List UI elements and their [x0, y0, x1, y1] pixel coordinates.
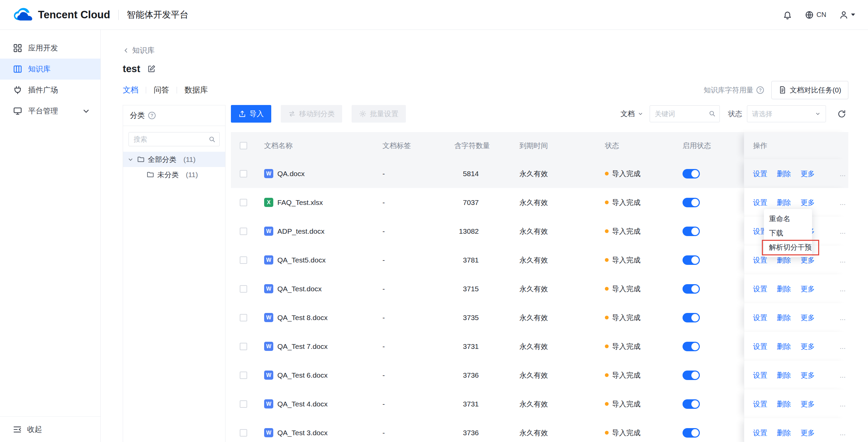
more-link[interactable]: 更多: [801, 198, 815, 207]
tab-database[interactable]: 数据库: [184, 85, 208, 95]
category-help-icon[interactable]: ?: [148, 112, 156, 119]
import-label: 导入: [250, 109, 264, 119]
row-checkbox[interactable]: [240, 285, 247, 293]
status-text: 导入完成: [612, 198, 640, 207]
enable-toggle[interactable]: [683, 169, 700, 178]
delete-link[interactable]: 删除: [777, 169, 791, 178]
edit-title-icon[interactable]: [147, 65, 156, 73]
row-checkbox[interactable]: [240, 400, 247, 408]
more-link[interactable]: 更多: [801, 342, 815, 351]
delete-link[interactable]: 删除: [777, 284, 791, 294]
document-name[interactable]: QA_Test.docx: [277, 285, 322, 293]
enable-toggle[interactable]: [683, 198, 700, 207]
settings-link[interactable]: 设置: [753, 169, 767, 178]
enable-toggle[interactable]: [683, 255, 700, 265]
usage-help-icon[interactable]: ?: [756, 86, 764, 94]
document-name[interactable]: QA_Test 4.docx: [277, 400, 328, 408]
delete-link[interactable]: 删除: [777, 198, 791, 207]
doc-compare-task-label: 文档对比任务(0): [790, 85, 841, 95]
tab-qa[interactable]: 问答: [154, 85, 169, 95]
more-link[interactable]: 更多: [801, 371, 815, 380]
enable-toggle[interactable]: [683, 313, 700, 322]
row-checkbox[interactable]: [240, 170, 247, 177]
row-checkbox[interactable]: [240, 228, 247, 235]
row-overflow-dots: ...: [840, 285, 846, 293]
tree-expand-caret-icon[interactable]: [127, 156, 134, 163]
row-checkbox[interactable]: [240, 343, 247, 350]
batch-settings-button[interactable]: 批量设置: [352, 105, 406, 123]
enable-toggle[interactable]: [683, 284, 700, 294]
tencent-cloud-logo[interactable]: Tencent Cloud: [13, 8, 110, 22]
delete-link[interactable]: 删除: [777, 313, 791, 322]
char-count: 3715: [454, 285, 479, 293]
sidebar-collapse-button[interactable]: 收起: [0, 416, 100, 442]
doc-compare-task-button[interactable]: 文档对比任务(0): [771, 81, 848, 99]
status-filter-select[interactable]: 请选择: [747, 105, 826, 122]
row-overflow-dots: ...: [840, 227, 846, 235]
document-name[interactable]: QA_Test 7.docx: [277, 342, 328, 351]
sidebar-item-plugin-market[interactable]: 插件广场: [0, 80, 100, 101]
move-to-category-button[interactable]: 移动到分类: [281, 105, 342, 123]
sidebar-item-platform-admin[interactable]: 平台管理: [0, 101, 100, 122]
more-link[interactable]: 更多: [801, 428, 815, 438]
settings-link[interactable]: 设置: [753, 428, 767, 438]
more-link[interactable]: 更多: [801, 284, 815, 294]
enable-toggle[interactable]: [683, 342, 700, 351]
document-name[interactable]: QA.docx: [277, 170, 305, 178]
more-link[interactable]: 更多: [801, 313, 815, 322]
char-count: 3781: [454, 256, 479, 264]
row-checkbox[interactable]: [240, 314, 247, 321]
document-name[interactable]: QA_Test5.docx: [277, 256, 326, 264]
document-name[interactable]: FAQ_Test.xlsx: [277, 198, 323, 207]
row-checkbox[interactable]: [240, 429, 247, 437]
search-type-select[interactable]: 文档: [620, 109, 644, 119]
document-tag: -: [381, 390, 454, 418]
delete-link[interactable]: 删除: [777, 428, 791, 438]
row-checkbox[interactable]: [240, 256, 247, 264]
enable-toggle[interactable]: [683, 371, 700, 380]
more-link[interactable]: 更多: [801, 169, 815, 178]
tree-node-uncategorized[interactable]: 未分类 (11): [123, 167, 225, 182]
notifications-button[interactable]: [783, 10, 792, 19]
usage-label: 知识库字符用量: [704, 85, 753, 95]
sidebar-item-knowledge-base[interactable]: 知识库: [0, 59, 100, 80]
language-switcher[interactable]: CN: [805, 10, 826, 19]
sidebar-item-app-dev[interactable]: 应用开发: [0, 38, 100, 59]
category-search-input[interactable]: [129, 132, 220, 146]
settings-link[interactable]: 设置: [753, 313, 767, 322]
document-name[interactable]: QA_Test 8.docx: [277, 314, 328, 322]
document-table-area: 导入 移动到分类 批量设置 文档: [231, 105, 848, 442]
tab-documents[interactable]: 文档: [123, 85, 138, 95]
enable-toggle[interactable]: [683, 227, 700, 236]
document-name[interactable]: QA_Test 3.docx: [277, 429, 328, 437]
file-type-icon: X: [264, 198, 273, 207]
file-type-icon: W: [264, 399, 273, 408]
menu-item[interactable]: 重命名: [764, 212, 812, 226]
breadcrumb-back[interactable]: 知识库: [123, 46, 155, 55]
import-button[interactable]: 导入: [231, 105, 271, 123]
enable-toggle[interactable]: [683, 428, 700, 438]
select-all-checkbox[interactable]: [240, 142, 247, 149]
delete-link[interactable]: 删除: [777, 371, 791, 380]
settings-link[interactable]: 设置: [753, 198, 767, 207]
status-text: 导入完成: [612, 428, 640, 438]
settings-link[interactable]: 设置: [753, 371, 767, 380]
refresh-button[interactable]: [835, 107, 848, 121]
settings-link[interactable]: 设置: [753, 399, 767, 409]
row-checkbox[interactable]: [240, 199, 247, 206]
settings-link[interactable]: 设置: [753, 284, 767, 294]
delete-link[interactable]: 删除: [777, 342, 791, 351]
delete-link[interactable]: 删除: [777, 399, 791, 409]
document-name[interactable]: ADP_test.docx: [277, 227, 324, 235]
enable-toggle[interactable]: [683, 399, 700, 409]
more-link[interactable]: 更多: [801, 399, 815, 409]
account-menu[interactable]: [839, 10, 855, 19]
menu-item[interactable]: 下载: [764, 226, 812, 240]
row-checkbox[interactable]: [240, 372, 247, 379]
tree-node-all-categories[interactable]: 全部分类 (11): [123, 152, 225, 167]
menu-item[interactable]: 解析切分干预: [764, 240, 812, 254]
document-name[interactable]: QA_Test 6.docx: [277, 371, 328, 379]
settings-link[interactable]: 设置: [753, 342, 767, 351]
chevron-left-icon: [123, 47, 130, 54]
status-text: 导入完成: [612, 169, 640, 178]
